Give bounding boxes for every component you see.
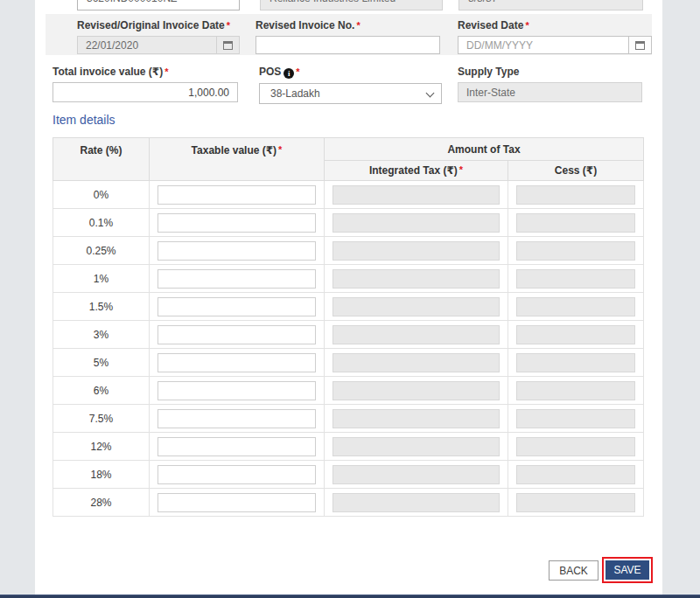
revised-invoice-no-input[interactable] <box>256 36 440 54</box>
rate-row: 0% <box>53 181 644 209</box>
cess-input <box>516 465 635 484</box>
rate-label: 12% <box>53 433 150 461</box>
taxable-value-input[interactable] <box>158 185 316 205</box>
item-details-heading: Item details <box>52 113 116 127</box>
footer-bar <box>0 595 700 598</box>
save-highlight-box: SAVE <box>602 557 653 583</box>
rate-label: 3% <box>53 321 150 349</box>
taxable-value-input[interactable] <box>158 241 316 261</box>
taxable-value-input[interactable] <box>158 325 316 344</box>
total-invoice-value-input[interactable] <box>52 82 238 102</box>
integrated-tax-input <box>332 493 500 512</box>
integrated-tax-input <box>332 437 500 456</box>
rate-label: 18% <box>53 461 150 489</box>
integrated-tax-input <box>332 297 500 316</box>
cess-input <box>516 493 635 512</box>
revised-date-label: Revised Date* <box>458 20 652 31</box>
calendar-icon <box>223 41 233 50</box>
required-mark: * <box>356 20 360 31</box>
rate-row: 6% <box>53 377 644 405</box>
rate-label: 5% <box>53 349 150 377</box>
rate-column-header: Rate (%) <box>53 138 150 181</box>
cess-input <box>516 269 635 289</box>
rate-row: 3% <box>53 321 644 349</box>
integrated-tax-input <box>332 409 500 428</box>
taxable-value-input[interactable] <box>158 493 316 512</box>
gstin-field[interactable]: 3620IND000010NZ <box>77 0 240 10</box>
required-mark: * <box>164 66 168 77</box>
rate-label: 6% <box>53 377 150 405</box>
taxable-value-input[interactable] <box>158 353 316 372</box>
integrated-tax-input <box>332 185 500 205</box>
invoice-number-field: 8/8/87 <box>458 0 643 10</box>
rate-row: 12% <box>53 433 644 461</box>
total-invoice-value-label: Total invoice value (₹)* <box>52 66 238 78</box>
calendar-icon-button[interactable] <box>629 36 652 54</box>
rate-label: 1.5% <box>53 293 150 321</box>
form-card: 3620IND000010NZ Reliance Industries Limi… <box>35 0 662 595</box>
rate-row: 0.25% <box>53 237 644 265</box>
taxable-value-column-header: Taxable value (₹)* <box>150 138 325 181</box>
revised-original-invoice-date-label: Revised/Original Invoice Date* <box>77 20 240 31</box>
rate-row: 1% <box>53 265 644 293</box>
back-button[interactable]: BACK <box>549 560 598 581</box>
required-mark: * <box>227 20 230 31</box>
rate-label: 1% <box>53 265 150 293</box>
chevron-down-icon <box>426 89 435 98</box>
rate-row: 18% <box>53 461 644 489</box>
cess-input <box>516 325 635 344</box>
taxable-value-input[interactable] <box>158 297 316 316</box>
cess-input <box>516 185 635 205</box>
revised-original-invoice-date-input <box>77 36 217 54</box>
required-mark: * <box>278 144 282 155</box>
cess-input <box>516 409 635 428</box>
integrated-tax-input <box>332 381 500 400</box>
integrated-tax-input <box>332 269 500 289</box>
cess-input <box>516 241 635 261</box>
integrated-tax-input <box>332 213 500 233</box>
integrated-tax-column-header: Integrated Tax (₹)* <box>325 161 508 181</box>
integrated-tax-input <box>332 325 500 344</box>
rate-label: 28% <box>53 489 150 517</box>
calendar-icon <box>635 41 645 50</box>
revised-date-input[interactable] <box>458 36 629 54</box>
rate-row: 1.5% <box>53 293 644 321</box>
pos-selected-value: 38-Ladakh <box>270 87 320 100</box>
rate-row: 7.5% <box>53 405 644 433</box>
required-mark: * <box>525 20 528 31</box>
integrated-tax-input <box>332 353 500 372</box>
taxable-value-input[interactable] <box>158 269 316 289</box>
receiver-name-field: Reliance Industries Limited <box>260 0 443 10</box>
cess-input <box>516 437 635 456</box>
required-mark: * <box>296 66 299 77</box>
rate-row: 0.1% <box>53 209 644 237</box>
rate-label: 7.5% <box>53 405 150 433</box>
pos-select[interactable]: 38-Ladakh <box>259 83 442 104</box>
taxable-value-input[interactable] <box>158 381 316 400</box>
rate-row: 5% <box>53 349 644 377</box>
pos-label: POSi* <box>259 66 442 79</box>
info-icon: i <box>284 68 294 79</box>
taxable-value-input[interactable] <box>158 213 316 233</box>
amount-of-tax-header: Amount of Tax <box>325 138 644 161</box>
cess-column-header: Cess (₹) <box>508 161 644 181</box>
item-details-table: Rate (%) Taxable value (₹)* Amount of Ta… <box>52 137 644 517</box>
calendar-icon-button <box>217 36 240 54</box>
rate-rows: 0%0.1%0.25%1%1.5%3%5%6%7.5%12%18%28% <box>53 181 644 517</box>
supply-type-input <box>458 82 642 102</box>
rate-label: 0.25% <box>53 237 150 265</box>
taxable-value-input[interactable] <box>158 465 316 484</box>
cess-input <box>516 353 635 372</box>
taxable-value-input[interactable] <box>158 437 316 456</box>
required-mark: * <box>459 164 463 175</box>
integrated-tax-input <box>332 465 500 484</box>
revised-invoice-no-label: Revised Invoice No.* <box>256 20 440 31</box>
supply-type-label: Supply Type <box>458 66 642 78</box>
cess-input <box>516 297 635 316</box>
integrated-tax-input <box>332 241 500 261</box>
taxable-value-input[interactable] <box>158 409 316 428</box>
save-button[interactable]: SAVE <box>606 560 649 580</box>
rate-label: 0.1% <box>53 209 150 237</box>
cess-input <box>516 213 635 233</box>
rate-label: 0% <box>53 181 150 209</box>
